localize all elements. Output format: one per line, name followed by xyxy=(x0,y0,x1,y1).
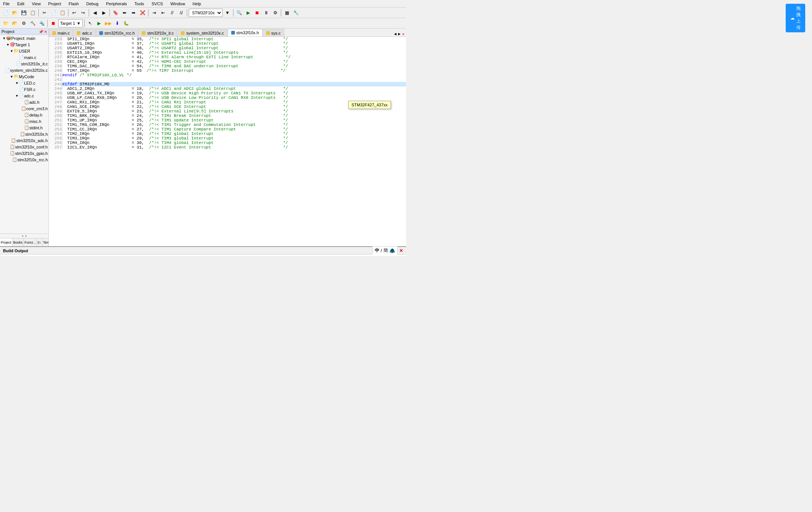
tree-main-c[interactable]: 📄 main.c xyxy=(0,54,48,61)
tab-stm32f10x-h[interactable]: stm32f10x.h xyxy=(228,29,262,36)
paste-button[interactable]: 📋 xyxy=(58,9,67,17)
tab-stm32-it-c[interactable]: stm32f10x_it.c xyxy=(138,29,177,36)
copy-button[interactable]: 📄 xyxy=(49,9,58,17)
bookmark-next[interactable]: ➡ xyxy=(129,9,138,17)
line-content[interactable]: TIM1_TRG_COM_IRQn = 26, /*!< TIM1 Trigge… xyxy=(62,123,406,127)
bookmark-button[interactable]: 🔖 xyxy=(111,9,120,17)
tree-stm32-gpio-h[interactable]: 📋 stm32f10x_gpio.h xyxy=(0,150,48,156)
download-button[interactable]: ⬇ xyxy=(113,19,121,27)
tree-adc-c[interactable]: ▼ 📄 adc.c xyxy=(0,92,48,99)
uncomment-button[interactable]: //̵ xyxy=(177,9,185,17)
menu-help[interactable]: Help xyxy=(191,2,203,6)
menu-file[interactable]: File xyxy=(2,2,11,6)
menu-window[interactable]: Window xyxy=(169,2,186,6)
redo-button[interactable]: ↪ xyxy=(79,9,87,17)
tree-core-cm3-h[interactable]: 📋 core_cm3.h xyxy=(0,105,48,112)
tree-user-folder[interactable]: ▼ 📁 USER xyxy=(0,48,48,54)
tab-scroll-left[interactable]: ◄ xyxy=(393,32,397,36)
menu-view[interactable]: View xyxy=(30,2,42,6)
nav-back-button[interactable]: ◀ xyxy=(91,9,99,17)
menu-peripherals[interactable]: Peripherals xyxy=(105,2,129,6)
save-all-button[interactable]: 📋 xyxy=(29,9,37,17)
sidebar-tab-project[interactable]: Project xyxy=(0,238,12,246)
line-content[interactable]: TIM2_IRQn = 28, /*!< TIM2 global Interru… xyxy=(62,132,406,136)
tab-system-c[interactable]: system_stm32f10x.c xyxy=(177,29,227,36)
line-content[interactable]: #ifdef STM32F10X_MD xyxy=(62,82,406,86)
menu-project[interactable]: Project xyxy=(47,2,62,6)
new-file-button[interactable]: 📄 xyxy=(2,9,10,17)
tab-close-all[interactable]: ✕ xyxy=(401,32,405,36)
tree-misc-h[interactable]: 📋 misc.h xyxy=(0,118,48,124)
line-content[interactable]: EXTI9_5_IRQn = 23, /*!< External Line[9:… xyxy=(62,109,406,114)
tab-main-c[interactable]: main.c xyxy=(49,29,73,36)
line-content[interactable]: TIM1_BRK_IRQn = 24, /*!< TIM1 Break Inte… xyxy=(62,114,406,118)
tree-led-c[interactable]: ▼ 📄 LED.c xyxy=(0,80,48,86)
save-button[interactable]: 💾 xyxy=(20,9,28,17)
sidebar-tab-templ[interactable]: Templ... xyxy=(42,238,49,246)
line-content[interactable] xyxy=(62,77,406,82)
select-arrow[interactable]: ↖ xyxy=(86,19,94,27)
dropdown-arrow[interactable]: ▼ xyxy=(223,9,232,17)
line-content[interactable]: TIM4_IRQn = 30, /*!< TIM4 global Interru… xyxy=(62,141,406,145)
line-content[interactable]: USART1_IRQn = 37, /*!< USART1 global Int… xyxy=(62,41,406,46)
tree-fsr-c[interactable]: 📄 FSR.c xyxy=(0,86,48,92)
tree-stm32-rcc-h[interactable]: 📋 stm32f10x_rcc.h xyxy=(0,156,48,163)
tree-adc-h[interactable]: 📋 adc.h xyxy=(0,99,48,105)
open-button[interactable]: 📂 xyxy=(11,9,19,17)
debug-stop[interactable]: ⏹ xyxy=(253,9,261,17)
tree-project[interactable]: ▼ 📦 Project: main xyxy=(0,35,48,41)
comment-button[interactable]: // xyxy=(168,9,176,17)
menu-tools[interactable]: Tools xyxy=(133,2,146,6)
tab-adc-c[interactable]: adc.c xyxy=(73,29,95,36)
find-button[interactable]: 🔍 xyxy=(235,9,243,17)
build-all-button[interactable]: ▶▶ xyxy=(104,19,112,27)
line-content[interactable]: TIM1_CC_IRQn = 27, /*!< TIM1 Capture Com… xyxy=(62,127,406,132)
lang-chinese[interactable]: 中 xyxy=(375,247,379,254)
line-content[interactable]: CEC_IRQn = 42, /*!< HDMI-CEC Interrupt *… xyxy=(62,59,406,64)
settings2-button[interactable]: ⚙ xyxy=(20,19,28,27)
start-debug-button[interactable]: 🐛 xyxy=(122,19,130,27)
menu-debug[interactable]: Debug xyxy=(85,2,100,6)
tab-stm32-rcc-h[interactable]: stm32f10x_rcc.h xyxy=(96,29,138,36)
close-output-button[interactable]: ✕ xyxy=(399,248,403,253)
line-content[interactable]: RTCAlarm_IRQn = 41, /*!< RTC Alarm throu… xyxy=(62,55,406,59)
lang-simplified[interactable]: 簡 xyxy=(383,247,388,254)
settings-button[interactable]: 🔧 xyxy=(292,9,300,17)
tree-stm32-conf-h[interactable]: 📋 stm32f10x_conf.h xyxy=(0,144,48,150)
device-dropdown[interactable]: STM32F10x xyxy=(189,9,223,17)
build-manage-button[interactable]: 🔨 xyxy=(29,19,37,27)
line-content[interactable]: USART2_IRQn = 38, /*!< USART2 global Int… xyxy=(62,46,406,50)
tree-stdint-h[interactable]: 📋 stdint.h xyxy=(0,124,48,131)
debug-start[interactable]: ▶ xyxy=(244,9,252,17)
open-project-button[interactable]: 📂 xyxy=(11,19,19,27)
sidebar-pin-icon[interactable]: 📌 xyxy=(39,30,43,34)
new-project-button[interactable]: 📁 xyxy=(2,19,10,27)
sidebar-tab-0[interactable]: 0↓ xyxy=(37,238,42,246)
sidebar-tab-books[interactable]: Books xyxy=(12,238,24,246)
tree-target[interactable]: ▼ 🎯 Target 1 xyxy=(0,41,48,48)
line-content[interactable]: #endif /* STM32F10X_LD_VL */ xyxy=(62,73,406,77)
sidebar-close-icon[interactable]: ✕ xyxy=(44,30,47,34)
tree-delay-h[interactable]: 📋 delay.h xyxy=(0,112,48,118)
unindent-button[interactable]: ⇤ xyxy=(159,9,167,17)
clear-bookmarks[interactable]: ❌ xyxy=(138,9,147,17)
tab-scroll-right[interactable]: ► xyxy=(397,32,401,36)
cut-button[interactable]: ✂ xyxy=(40,9,48,17)
line-content[interactable]: TIM7_IRQn = 55 /*!< TIM7 Interrupt */ xyxy=(62,68,406,73)
lang-icon[interactable]: 🧥 xyxy=(389,248,395,253)
line-content[interactable]: ADC1_2_IRQn = 18, /*!< ADC1 and ADC2 glo… xyxy=(62,86,406,91)
line-content[interactable]: SPI1_IRQn = 35, /*!< SPI1 global Interru… xyxy=(62,37,406,41)
tree-system-c[interactable]: 📄 system_stm32f10x.c xyxy=(0,67,48,73)
tree-stm32-adc-h[interactable]: 📋 stm32f10x_adc.h xyxy=(0,137,48,144)
debug-settings[interactable]: ⚙ xyxy=(271,9,279,17)
line-content[interactable]: I2C1_EV_IRQn = 31, /*!< I2C1 Event Inter… xyxy=(62,145,406,150)
nav-forward-button[interactable]: ▶ xyxy=(100,9,108,17)
menu-edit[interactable]: Edit xyxy=(16,2,26,6)
debug-pause[interactable]: ⏸ xyxy=(262,9,270,17)
line-content[interactable]: TIM1_UP_IRQn = 25, /*!< TIM1 Update Inte… xyxy=(62,118,406,123)
line-content[interactable]: USB_HP_CAN1_TX_IRQn = 19, /*!< USB Devic… xyxy=(62,91,406,95)
line-content[interactable]: EXTI15_10_IRQn = 40, /*!< External Line[… xyxy=(62,50,406,55)
tab-sys-c[interactable]: sys.c xyxy=(263,29,284,36)
tree-mycode-folder[interactable]: ▼ 📁 MyCode xyxy=(0,73,48,80)
line-content[interactable]: TIM3_IRQn = 29, /*!< TIM3 global Interru… xyxy=(62,136,406,141)
